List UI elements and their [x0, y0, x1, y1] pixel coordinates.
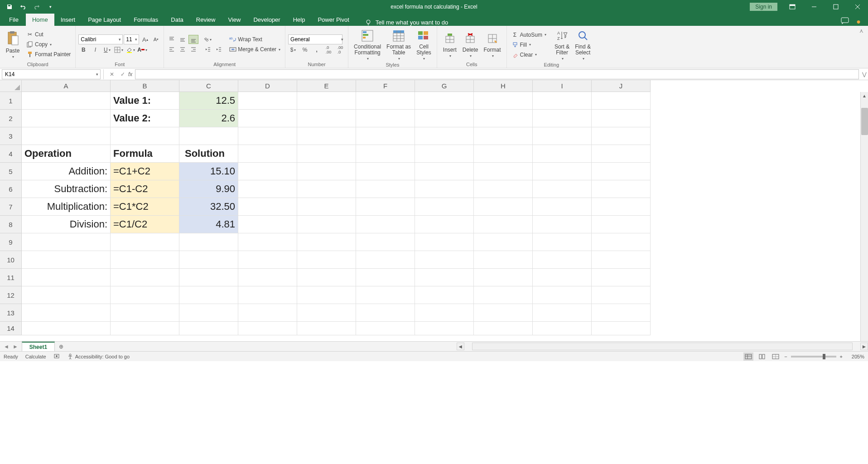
cell-E8[interactable] [297, 216, 356, 233]
increase-font-icon[interactable]: A▴ [140, 35, 150, 44]
accessibility-status[interactable]: Accessibility: Good to go [67, 353, 130, 360]
scroll-thumb[interactable] [861, 108, 868, 135]
zoom-out-button[interactable]: − [784, 354, 787, 359]
cell-A6[interactable]: Subtraction: [22, 180, 111, 198]
cell-H5[interactable] [474, 163, 533, 180]
save-icon[interactable] [4, 1, 15, 13]
underline-button[interactable]: U▾ [102, 45, 112, 54]
cell-D5[interactable] [238, 163, 297, 180]
tab-developer[interactable]: Developer [247, 14, 286, 26]
cell-I4[interactable] [533, 145, 592, 163]
cell-A4[interactable]: Operation [22, 145, 111, 163]
cell-B11[interactable] [111, 269, 179, 286]
sheet-nav-prev-icon[interactable]: ◄ [4, 343, 9, 350]
cell-C8[interactable]: 4.81 [179, 216, 238, 233]
cell-C11[interactable] [179, 269, 238, 286]
increase-decimal-button[interactable]: .0.00 [323, 45, 333, 54]
cell-A9[interactable] [22, 233, 111, 251]
fx-icon[interactable]: fx [128, 71, 132, 77]
conditional-formatting-button[interactable]: ConditionalFormatting▾ [351, 28, 384, 62]
fill-button[interactable]: Fill▾ [510, 40, 548, 49]
bold-button[interactable]: B [78, 45, 88, 54]
cell-D11[interactable] [238, 269, 297, 286]
paste-button[interactable]: Paste ▾ [3, 28, 23, 61]
orientation-icon[interactable]: ab▾ [203, 35, 213, 44]
cell-A10[interactable] [22, 251, 111, 269]
col-head-D[interactable]: D [238, 80, 297, 92]
col-head-B[interactable]: B [111, 80, 179, 92]
cell-F4[interactable] [356, 145, 415, 163]
italic-button[interactable]: I [90, 45, 100, 54]
cut-button[interactable]: ✂Cut [24, 30, 72, 39]
row-head-1[interactable]: 1 [0, 92, 22, 110]
cell-J6[interactable] [592, 180, 651, 198]
cell-I2[interactable] [533, 110, 592, 127]
sheet-tab-sheet1[interactable]: Sheet1 [22, 342, 55, 351]
cell-B2[interactable]: Value 2: [111, 110, 179, 127]
cell-G13[interactable] [415, 304, 474, 322]
col-head-H[interactable]: H [474, 80, 533, 92]
cell-C7[interactable]: 32.50 [179, 198, 238, 216]
cell-E11[interactable] [297, 269, 356, 286]
select-all-corner[interactable] [0, 80, 22, 92]
align-left-icon[interactable] [167, 45, 177, 54]
cell-B7[interactable]: =C1*C2 [111, 198, 179, 216]
row-head-13[interactable]: 13 [0, 304, 22, 322]
hscroll-left-icon[interactable]: ◄ [457, 343, 464, 350]
format-as-table-button[interactable]: Format asTable▾ [384, 28, 414, 62]
decrease-decimal-button[interactable]: .00.0 [335, 45, 345, 54]
row-head-9[interactable]: 9 [0, 233, 22, 251]
align-top-icon[interactable] [167, 35, 177, 44]
cell-C14[interactable] [179, 322, 238, 335]
tab-pagelayout[interactable]: Page Layout [82, 14, 127, 26]
cell-G6[interactable] [415, 180, 474, 198]
cell-I7[interactable] [533, 198, 592, 216]
cell-C9[interactable] [179, 233, 238, 251]
row-head-6[interactable]: 6 [0, 180, 22, 198]
cell-D4[interactable] [238, 145, 297, 163]
fill-color-button[interactable]: ▾ [125, 45, 135, 54]
cell-C6[interactable]: 9.90 [179, 180, 238, 198]
col-head-G[interactable]: G [415, 80, 474, 92]
align-right-icon[interactable] [188, 45, 198, 54]
cell-I12[interactable] [533, 286, 592, 304]
cell-J8[interactable] [592, 216, 651, 233]
comments-icon[interactable] [841, 17, 849, 26]
enter-formula-icon[interactable]: ✓ [117, 69, 128, 79]
row-head-12[interactable]: 12 [0, 286, 22, 304]
cell-H1[interactable] [474, 92, 533, 110]
signin-button[interactable]: Sign in [750, 3, 777, 11]
col-head-J[interactable]: J [592, 80, 651, 92]
cell-B5[interactable]: =C1+C2 [111, 163, 179, 180]
accounting-format-button[interactable]: $▾ [288, 45, 298, 54]
col-head-I[interactable]: I [533, 80, 592, 92]
cell-I6[interactable] [533, 180, 592, 198]
cell-D6[interactable] [238, 180, 297, 198]
cell-B1[interactable]: Value 1: [111, 92, 179, 110]
insert-cells-button[interactable]: Insert▾ [440, 28, 460, 61]
cell-B13[interactable] [111, 304, 179, 322]
cell-E3[interactable] [297, 127, 356, 145]
cell-H9[interactable] [474, 233, 533, 251]
horizontal-scrollbar[interactable]: ◄ ► [77, 342, 868, 351]
cell-H13[interactable] [474, 304, 533, 322]
font-size-input[interactable] [124, 34, 139, 44]
find-select-button[interactable]: Find &Select▾ [572, 28, 593, 62]
col-head-F[interactable]: F [356, 80, 415, 92]
cell-H12[interactable] [474, 286, 533, 304]
cell-A2[interactable] [22, 110, 111, 127]
cell-E2[interactable] [297, 110, 356, 127]
cell-B8[interactable]: =C1/C2 [111, 216, 179, 233]
format-painter-button[interactable]: Format Painter [24, 50, 72, 59]
col-head-E[interactable]: E [297, 80, 356, 92]
cell-G1[interactable] [415, 92, 474, 110]
undo-icon[interactable] [17, 1, 29, 13]
cell-I3[interactable] [533, 127, 592, 145]
cell-I9[interactable] [533, 233, 592, 251]
cell-I8[interactable] [533, 216, 592, 233]
cell-E10[interactable] [297, 251, 356, 269]
cell-D12[interactable] [238, 286, 297, 304]
cell-E12[interactable] [297, 286, 356, 304]
cell-H8[interactable] [474, 216, 533, 233]
tab-formulas[interactable]: Formulas [127, 14, 164, 26]
